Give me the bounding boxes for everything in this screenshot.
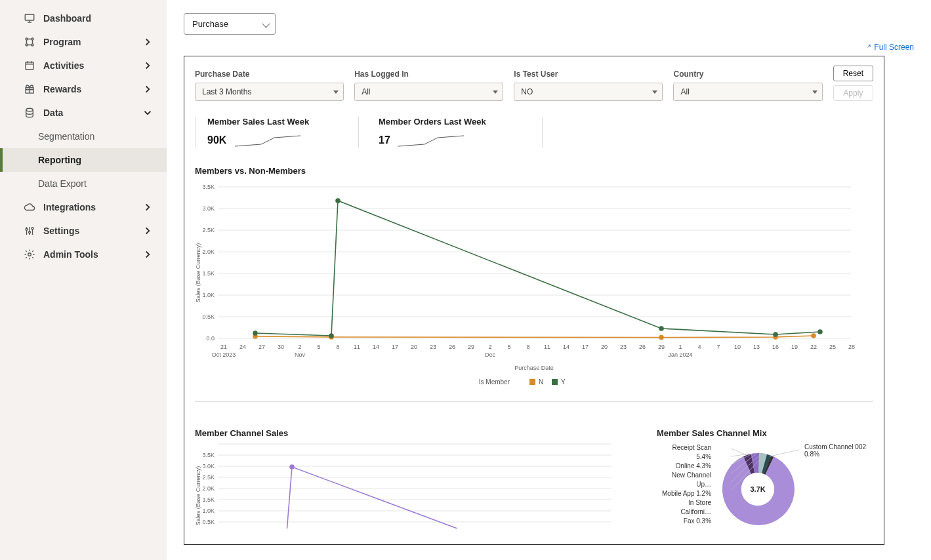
svg-text:N: N bbox=[539, 378, 543, 386]
svg-text:25: 25 bbox=[829, 344, 836, 350]
svg-point-1 bbox=[26, 38, 28, 40]
chevron-right-icon bbox=[142, 225, 154, 237]
svg-text:27: 27 bbox=[259, 344, 265, 350]
svg-text:29: 29 bbox=[468, 344, 474, 350]
sidebar-item-data[interactable]: Data bbox=[0, 101, 167, 125]
chevron-right-icon bbox=[142, 36, 154, 48]
svg-text:10: 10 bbox=[734, 344, 741, 350]
main-content: Purchase Full Screen Purchase Date Last … bbox=[167, 0, 931, 560]
sidebar-sub-segmentation[interactable]: Segmentation bbox=[0, 125, 167, 148]
svg-text:14: 14 bbox=[373, 344, 379, 350]
svg-text:1: 1 bbox=[678, 344, 682, 350]
chevron-right-icon bbox=[142, 60, 154, 71]
svg-text:26: 26 bbox=[449, 344, 455, 350]
kpi-title: Member Sales Last Week bbox=[207, 117, 346, 127]
svg-text:Jan 2024: Jan 2024 bbox=[668, 351, 692, 358]
sidebar-sub-reporting[interactable]: Reporting bbox=[0, 148, 167, 172]
svg-text:5: 5 bbox=[317, 344, 320, 350]
sidebar-item-label: Dashboard bbox=[43, 13, 91, 24]
svg-text:Dec: Dec bbox=[485, 351, 496, 358]
sidebar-item-label: Activities bbox=[43, 60, 84, 71]
sidebar-item-dashboard[interactable]: Dashboard bbox=[0, 7, 167, 30]
svg-point-7 bbox=[26, 108, 33, 111]
filter-label-is-test-user: Is Test User bbox=[514, 70, 663, 79]
filter-is-test-user[interactable]: NO bbox=[514, 83, 663, 101]
sidebar: Dashboard Program Activities Rewards bbox=[0, 0, 167, 560]
filter-label-country: Country bbox=[673, 70, 822, 79]
svg-point-2 bbox=[31, 38, 33, 40]
svg-text:2.5K: 2.5K bbox=[202, 474, 215, 481]
report-select[interactable]: Purchase bbox=[184, 13, 276, 35]
svg-text:26: 26 bbox=[639, 344, 646, 350]
sidebar-item-label: Integrations bbox=[43, 202, 96, 212]
sidebar-sub-data-export[interactable]: Data Export bbox=[0, 172, 167, 195]
svg-text:Sales (Base Currency): Sales (Base Currency) bbox=[195, 243, 201, 303]
svg-text:3.5K: 3.5K bbox=[202, 452, 215, 458]
fullscreen-label: Full Screen bbox=[874, 43, 914, 52]
svg-point-11 bbox=[28, 253, 31, 256]
svg-text:16: 16 bbox=[772, 344, 779, 350]
svg-text:8: 8 bbox=[336, 344, 339, 350]
svg-rect-80 bbox=[529, 379, 535, 385]
fullscreen-link[interactable]: Full Screen bbox=[864, 43, 914, 52]
svg-point-76 bbox=[659, 327, 663, 330]
svg-text:0.5K: 0.5K bbox=[202, 519, 215, 525]
chart-title-channel-sales: Member Channel Sales bbox=[195, 428, 641, 438]
report-select-wrap[interactable]: Purchase bbox=[184, 13, 276, 35]
svg-text:2.0K: 2.0K bbox=[202, 485, 215, 492]
sidebar-item-admin-tools[interactable]: Admin Tools bbox=[0, 243, 167, 266]
chevron-right-icon bbox=[142, 249, 154, 260]
sparkline-icon bbox=[235, 134, 300, 148]
sidebar-item-label: Rewards bbox=[43, 84, 81, 94]
pie-right-labels: Custom Channel 002 0.8% bbox=[804, 443, 873, 531]
svg-point-3 bbox=[26, 44, 28, 46]
svg-text:2.0K: 2.0K bbox=[202, 249, 215, 255]
kpi-value: 90K bbox=[207, 134, 226, 146]
svg-text:7: 7 bbox=[716, 344, 720, 350]
chevron-down-icon bbox=[142, 107, 154, 119]
svg-text:5: 5 bbox=[507, 344, 510, 350]
svg-text:Y: Y bbox=[561, 378, 566, 386]
svg-text:1.5K: 1.5K bbox=[202, 270, 215, 277]
sidebar-item-activities[interactable]: Activities bbox=[0, 54, 167, 77]
svg-text:2.5K: 2.5K bbox=[202, 227, 215, 233]
svg-point-73 bbox=[253, 331, 257, 335]
svg-point-78 bbox=[818, 330, 822, 334]
monitor-icon bbox=[24, 12, 35, 24]
filter-country[interactable]: All bbox=[673, 83, 822, 101]
sidebar-item-label: Data bbox=[43, 108, 63, 118]
svg-text:23: 23 bbox=[430, 344, 436, 350]
svg-point-100 bbox=[290, 465, 294, 469]
dashboard-frame: Purchase Date Last 3 Months Has Logged I… bbox=[184, 56, 884, 545]
svg-point-72 bbox=[812, 334, 816, 338]
chart-members-vs-nonmembers: 0.0 0.5K 1.0K 1.5K 2.0K 2.5K 3.0K 3.5K S… bbox=[195, 181, 873, 393]
apply-button[interactable]: Apply bbox=[833, 85, 873, 101]
svg-text:13: 13 bbox=[753, 344, 760, 350]
sidebar-item-program[interactable]: Program bbox=[0, 30, 167, 54]
sidebar-item-label: Program bbox=[43, 37, 81, 47]
svg-text:Nov: Nov bbox=[295, 351, 306, 358]
filter-label-purchase-date: Purchase Date bbox=[195, 70, 344, 79]
sidebar-item-integrations[interactable]: Integrations bbox=[0, 195, 167, 219]
kpi-member-sales: Member Sales Last Week 90K bbox=[195, 117, 359, 148]
chart-channel-mix-pie: 3.7K bbox=[715, 443, 800, 529]
filter-purchase-date[interactable]: Last 3 Months bbox=[195, 83, 344, 101]
sidebar-item-label: Admin Tools bbox=[43, 249, 98, 260]
svg-rect-0 bbox=[25, 14, 34, 20]
svg-point-9 bbox=[29, 231, 31, 233]
filter-has-logged-in[interactable]: All bbox=[354, 83, 503, 101]
svg-point-75 bbox=[336, 199, 340, 203]
sidebar-item-settings[interactable]: Settings bbox=[0, 219, 167, 243]
kpi-title: Member Orders Last Week bbox=[379, 117, 530, 127]
svg-text:30: 30 bbox=[278, 344, 284, 350]
svg-text:3.7K: 3.7K bbox=[750, 485, 765, 493]
chart-title-channel-mix: Member Sales Channel Mix bbox=[657, 428, 873, 438]
chart-title-members: Members vs. Non-Members bbox=[195, 166, 873, 176]
gift-icon bbox=[24, 83, 35, 95]
sidebar-item-rewards[interactable]: Rewards bbox=[0, 77, 167, 101]
sliders-icon bbox=[24, 225, 35, 237]
svg-text:Oct 2023: Oct 2023 bbox=[212, 351, 236, 358]
reset-button[interactable]: Reset bbox=[833, 66, 873, 81]
svg-text:0.0: 0.0 bbox=[206, 335, 215, 342]
svg-line-103 bbox=[731, 449, 747, 455]
